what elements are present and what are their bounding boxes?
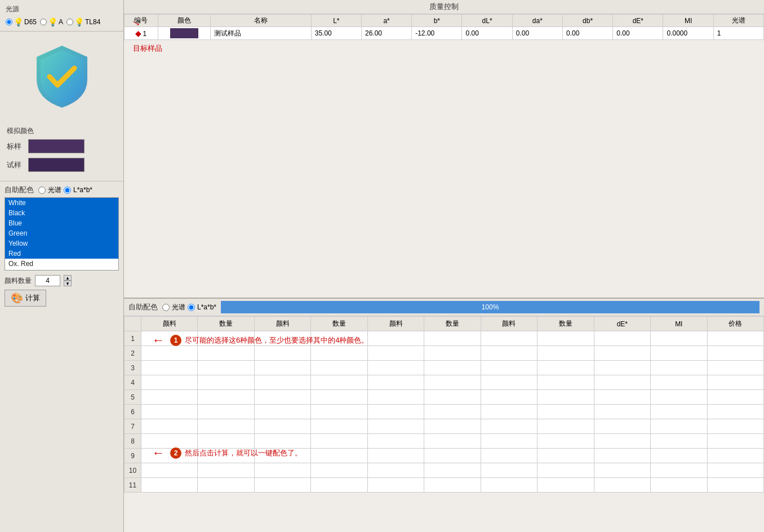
mix-cell-2-7[interactable] [538,346,594,361]
mix-cell-1-6[interactable] [481,331,537,346]
mix-cell-6-7[interactable] [538,405,594,419]
mix-cell-11-9[interactable] [651,478,707,493]
mix-cell-7-5[interactable] [424,419,481,434]
mix-cell-11-7[interactable] [538,478,594,493]
mix-cell-11-0[interactable] [141,478,198,493]
mix-cell-4-1[interactable] [198,375,254,390]
mix-cell-7-2[interactable] [254,419,310,434]
mix-cell-8-5[interactable] [424,434,481,449]
mix-cell-5-7[interactable] [538,390,594,405]
pigment-item-black[interactable]: Black [5,208,118,218]
mix-cell-2-2[interactable] [254,346,310,361]
mix-cell-4-10[interactable] [707,375,763,390]
mix-cell-9-6[interactable] [481,449,537,463]
mix-cell-7-8[interactable] [594,419,650,434]
mix-cell-8-8[interactable] [594,434,650,449]
mix-cell-6-0[interactable] [141,405,198,419]
pigment-item-green[interactable]: Green [5,228,118,238]
mix-cell-1-4[interactable] [367,331,424,346]
mix-row-5[interactable]: 5 [125,390,764,405]
radio-tl84[interactable]: 💡 TL84 [66,17,100,26]
mix-cell-2-3[interactable] [311,346,367,361]
mix-cell-9-7[interactable] [538,449,594,463]
mix-cell-8-9[interactable] [651,434,707,449]
mix-cell-11-1[interactable] [198,478,254,493]
mix-cell-2-4[interactable] [367,346,424,361]
mix-cell-5-3[interactable] [311,390,367,405]
mix-cell-6-2[interactable] [254,405,310,419]
mix-cell-3-3[interactable] [311,361,367,375]
mix-cell-2-5[interactable] [424,346,481,361]
mix-cell-1-8[interactable] [594,331,650,346]
mix-cell-11-5[interactable] [424,478,481,493]
count-down-button[interactable]: ▼ [64,281,72,286]
radio-a[interactable]: 💡 A [40,17,63,26]
mix-cell-11-3[interactable] [311,478,367,493]
mix-cell-4-2[interactable] [254,375,310,390]
mix-cell-6-9[interactable] [651,405,707,419]
mix-cell-11-10[interactable] [707,478,763,493]
mix-cell-11-2[interactable] [254,478,310,493]
mix-row-10[interactable]: 10 [125,463,764,478]
mix-cell-9-4[interactable] [367,449,424,463]
mix-cell-3-8[interactable] [594,361,650,375]
mix-cell-1-5[interactable] [424,331,481,346]
mix-radio-spectrum[interactable] [38,187,46,194]
mix-cell-8-4[interactable] [367,434,424,449]
mix-cell-8-10[interactable] [707,434,763,449]
mix-mode-lab-radio[interactable] [188,304,195,311]
mix-cell-11-4[interactable] [367,478,424,493]
mix-cell-7-7[interactable] [538,419,594,434]
mix-cell-1-7[interactable] [538,331,594,346]
mix-cell-2-10[interactable] [707,346,763,361]
mix-cell-7-1[interactable] [198,419,254,434]
mix-cell-3-10[interactable] [707,361,763,375]
mix-cell-3-1[interactable] [198,361,254,375]
mix-cell-4-5[interactable] [424,375,481,390]
mix-cell-5-10[interactable] [707,390,763,405]
mix-cell-8-7[interactable] [538,434,594,449]
mix-cell-3-4[interactable] [367,361,424,375]
mix-cell-11-8[interactable] [594,478,650,493]
mix-row-11[interactable]: 11 [125,478,764,493]
mix-cell-6-3[interactable] [311,405,367,419]
mix-cell-7-10[interactable] [707,419,763,434]
mix-cell-5-4[interactable] [367,390,424,405]
calc-button[interactable]: 🎨 计算 [5,290,46,307]
mix-cell-7-4[interactable] [367,419,424,434]
mix-cell-9-9[interactable] [651,449,707,463]
mix-cell-3-6[interactable] [481,361,537,375]
mix-cell-10-1[interactable] [198,463,254,478]
radio-tl84-input[interactable] [66,19,73,25]
pigment-item-blue[interactable]: Blue [5,218,118,228]
mix-cell-2-1[interactable] [198,346,254,361]
mix-cell-9-5[interactable] [424,449,481,463]
mix-row-6[interactable]: 6 [125,405,764,419]
mix-cell-11-6[interactable] [481,478,537,493]
count-up-button[interactable]: ▲ [64,275,72,281]
pigment-item-ox-red[interactable]: Ox. Red [5,259,118,269]
mix-cell-10-10[interactable] [707,463,763,478]
mix-cell-7-6[interactable] [481,419,537,434]
mix-cell-4-8[interactable] [594,375,650,390]
mix-cell-7-0[interactable] [141,419,198,434]
mix-cell-4-6[interactable] [481,375,537,390]
radio-d65[interactable]: 💡 D65 [6,17,37,26]
mix-cell-3-0[interactable] [141,361,198,375]
mix-cell-1-10[interactable] [707,331,763,346]
mix-cell-3-7[interactable] [538,361,594,375]
mix-cell-2-9[interactable] [651,346,707,361]
mix-row-7[interactable]: 7 [125,419,764,434]
mix-cell-7-9[interactable] [651,419,707,434]
mix-cell-4-9[interactable] [651,375,707,390]
mix-cell-5-8[interactable] [594,390,650,405]
mix-cell-10-9[interactable] [651,463,707,478]
mix-cell-10-8[interactable] [594,463,650,478]
pigment-item-white[interactable]: White [5,198,118,208]
quality-data-row-1[interactable]: ◆1 测试样品 35.00 26.00 -12.00 0.00 0.00 0.0 [125,27,764,40]
radio-d65-input[interactable] [6,19,12,25]
mix-cell-9-3[interactable] [311,449,367,463]
mix-cell-3-9[interactable] [651,361,707,375]
mix-cell-6-4[interactable] [367,405,424,419]
mix-cell-10-7[interactable] [538,463,594,478]
